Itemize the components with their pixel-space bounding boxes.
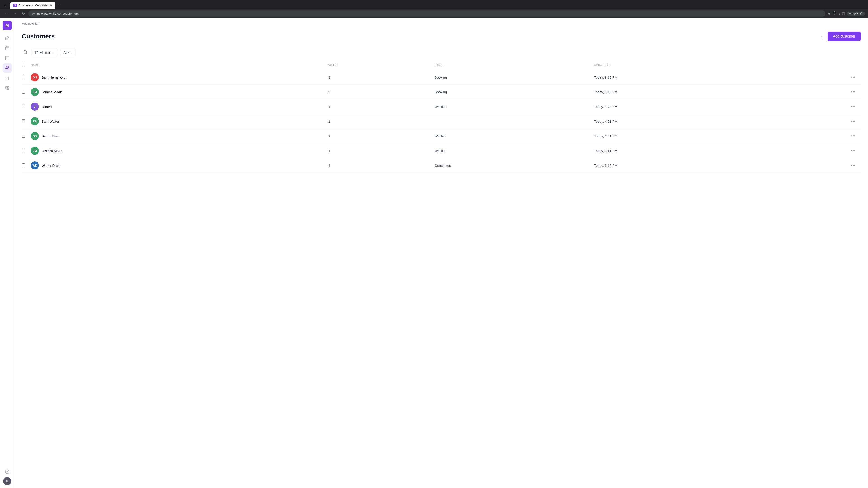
visits-value: 1 <box>329 164 330 167</box>
row-visits-cell: 3 <box>329 70 435 85</box>
header-checkbox-col <box>22 60 31 70</box>
row-name-cell: SH Sam Hemsworth <box>31 70 329 85</box>
address-bar[interactable]: new.waitwhile.com/customers <box>29 10 825 17</box>
updated-value: Today, 3:15 PM <box>594 164 617 167</box>
updated-value: Today, 3:41 PM <box>594 149 617 153</box>
customers-tbody: SH Sam Hemsworth 3 Booking Today, 9:13 P… <box>22 70 861 173</box>
browser-chrome: ‹ M Customers | Waitwhile ✕ + ← → ↻ new.… <box>0 0 868 18</box>
sidebar-logo[interactable]: M <box>3 21 12 30</box>
tab-close-btn[interactable]: ✕ <box>50 3 53 7</box>
row-visits-cell: 3 <box>329 85 435 99</box>
row-checkbox[interactable] <box>22 163 25 167</box>
row-menu-btn[interactable]: ••• <box>849 162 857 169</box>
add-customer-button[interactable]: Add customer <box>828 32 861 41</box>
row-menu-btn[interactable]: ••• <box>849 103 857 110</box>
date-filter-btn[interactable]: All time ⌄ <box>32 48 57 56</box>
browser-tab-bar: ‹ M Customers | Waitwhile ✕ + <box>0 0 868 9</box>
svg-rect-0 <box>33 13 35 15</box>
row-checkbox-cell <box>22 114 31 129</box>
row-checkbox[interactable] <box>22 134 25 138</box>
sidebar-item-customers[interactable] <box>3 64 12 72</box>
row-state-cell: Waitlist <box>435 143 594 158</box>
row-checkbox-cell <box>22 85 31 99</box>
customer-name-group: WD Wlater Drake <box>31 161 325 169</box>
sidebar-item-home[interactable] <box>3 34 12 43</box>
search-btn[interactable] <box>22 48 29 56</box>
visits-value: 1 <box>329 134 330 138</box>
state-value: Booking <box>435 75 447 79</box>
sidebar-item-settings[interactable] <box>3 84 12 92</box>
more-options-btn[interactable]: ⋮ <box>817 32 825 40</box>
tab-back-btn[interactable]: ‹ <box>2 2 8 9</box>
chat-icon <box>5 56 9 60</box>
table-row: SD Sarina Dale 1 Waitlist Today, 3:41 PM… <box>22 129 861 143</box>
row-checkbox[interactable] <box>22 149 25 152</box>
sidebar-item-calendar[interactable] <box>3 43 12 53</box>
row-checkbox[interactable] <box>22 75 25 79</box>
visits-value: 3 <box>329 90 330 94</box>
row-checkbox[interactable] <box>22 119 25 123</box>
header-actions <box>807 60 861 70</box>
breadcrumb: Moodjoy7434 <box>22 22 861 25</box>
visits-value: 1 <box>329 149 330 153</box>
select-all-checkbox[interactable] <box>22 63 25 66</box>
users-icon <box>5 66 9 70</box>
updated-value: Today, 3:41 PM <box>594 134 617 138</box>
row-actions-cell: ••• <box>807 158 861 173</box>
customer-avatar: SH <box>31 73 39 81</box>
sidebar-user-avatar[interactable]: U <box>3 477 11 485</box>
row-updated-cell: Today, 8:22 PM <box>594 99 807 114</box>
visits-value: 1 <box>329 120 330 123</box>
new-tab-btn[interactable]: + <box>56 2 62 9</box>
row-updated-cell: Today, 9:13 PM <box>594 70 807 85</box>
row-checkbox-cell <box>22 129 31 143</box>
row-updated-cell: Today, 4:01 PM <box>594 114 807 129</box>
back-btn[interactable]: ← <box>3 10 9 17</box>
settings-icon <box>5 86 9 90</box>
row-name-cell: JM Jessica Moon <box>31 143 329 158</box>
sidebar-item-analytics[interactable] <box>3 73 12 83</box>
incognito-badge: Incognito (2) <box>846 11 865 15</box>
state-filter-chevron: ⌄ <box>70 51 72 54</box>
row-menu-btn[interactable]: ••• <box>849 74 857 80</box>
header-state: STATE <box>435 60 594 70</box>
header-name: NAME <box>31 60 329 70</box>
row-name-cell: SD Sarina Dale <box>31 129 329 143</box>
search-icon <box>23 50 28 54</box>
browser-tab-active[interactable]: M Customers | Waitwhile ✕ <box>10 2 55 9</box>
calendar-filter-icon <box>35 51 39 54</box>
row-actions-cell: ••• <box>807 85 861 99</box>
row-checkbox[interactable] <box>22 105 25 108</box>
forward-btn[interactable]: → <box>11 10 18 17</box>
row-visits-cell: 1 <box>329 99 435 114</box>
profile-btn[interactable]: □ <box>842 11 845 16</box>
customer-name-group: JM Jemina Madie <box>31 88 325 96</box>
reload-btn[interactable]: ↻ <box>20 10 27 17</box>
row-menu-btn[interactable]: ••• <box>849 89 857 95</box>
row-menu-btn[interactable]: ••• <box>849 133 857 139</box>
lock-icon <box>32 12 35 15</box>
row-actions-cell: ••• <box>807 114 861 129</box>
extensions-btn[interactable] <box>833 11 837 16</box>
row-checkbox[interactable] <box>22 90 25 94</box>
downloads-btn[interactable]: ↓ <box>838 11 840 16</box>
svg-rect-14 <box>35 51 38 54</box>
row-menu-btn[interactable]: ••• <box>849 118 857 125</box>
state-filter-btn[interactable]: Any ⌄ <box>60 48 76 56</box>
customer-name-group: SW Sam Walter <box>31 117 325 125</box>
row-name-cell: J James <box>31 99 329 114</box>
bookmark-btn[interactable]: ★ <box>827 11 831 16</box>
state-value: Waitlist <box>435 105 445 109</box>
customers-table-container: NAME VISITS STATE UPDATED ↕ <box>22 60 861 488</box>
updated-value: Today, 4:01 PM <box>594 120 617 123</box>
row-updated-cell: Today, 3:41 PM <box>594 143 807 158</box>
customer-name: Sam Hemsworth <box>41 75 67 79</box>
customers-table: NAME VISITS STATE UPDATED ↕ <box>22 60 861 173</box>
sidebar-item-chat[interactable] <box>3 54 12 63</box>
row-menu-btn[interactable]: ••• <box>849 148 857 154</box>
header-updated: UPDATED ↕ <box>594 60 807 70</box>
sidebar-item-help[interactable] <box>3 467 12 476</box>
row-checkbox-cell <box>22 158 31 173</box>
state-value: Waitlist <box>435 134 445 138</box>
svg-rect-1 <box>5 46 9 50</box>
